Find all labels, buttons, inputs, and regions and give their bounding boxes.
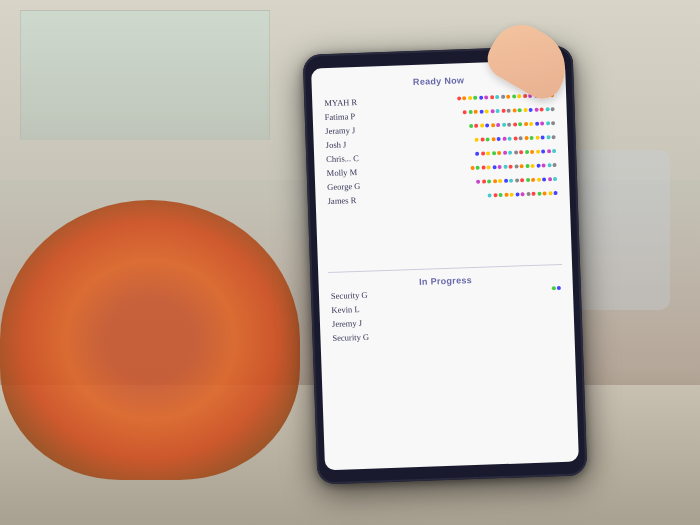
status-dot bbox=[481, 165, 485, 169]
status-dot bbox=[547, 177, 551, 181]
person-name: Security G bbox=[331, 289, 386, 301]
person-name: James R bbox=[328, 194, 383, 206]
person-name: Chris... C bbox=[326, 152, 381, 164]
person-name: Josh J bbox=[326, 138, 381, 150]
status-dot bbox=[486, 151, 490, 155]
status-dot bbox=[509, 178, 513, 182]
status-dot bbox=[534, 107, 538, 111]
status-dot bbox=[536, 163, 540, 167]
status-dot bbox=[531, 191, 535, 195]
tablet-screen: Ready Now MYAH RFatima PJeramy JJosh JCh… bbox=[311, 60, 579, 471]
status-dot bbox=[535, 135, 539, 139]
person-name: Kevin L bbox=[331, 303, 386, 315]
status-dot bbox=[517, 94, 521, 98]
status-dot bbox=[492, 151, 496, 155]
status-dot bbox=[496, 122, 500, 126]
status-dot bbox=[552, 163, 556, 167]
status-dot bbox=[520, 164, 524, 168]
status-dot bbox=[497, 136, 501, 140]
status-dot bbox=[498, 164, 502, 168]
status-dot bbox=[512, 108, 516, 112]
status-dot bbox=[547, 149, 551, 153]
status-dot bbox=[524, 122, 528, 126]
status-dot bbox=[520, 192, 524, 196]
dots-row bbox=[463, 107, 555, 114]
status-dot bbox=[515, 192, 519, 196]
status-dot bbox=[473, 95, 477, 99]
status-dot bbox=[512, 94, 516, 98]
status-dot bbox=[469, 123, 473, 127]
person-name: MYAH R bbox=[324, 96, 379, 108]
status-dot bbox=[537, 191, 541, 195]
status-dot bbox=[535, 121, 539, 125]
status-dot bbox=[509, 192, 513, 196]
status-dot bbox=[501, 94, 505, 98]
status-dot bbox=[463, 110, 467, 114]
status-dot bbox=[529, 121, 533, 125]
person-name: Security G bbox=[332, 331, 387, 343]
status-dot bbox=[493, 193, 497, 197]
status-dot bbox=[495, 95, 499, 99]
status-dot bbox=[503, 150, 507, 154]
status-dot bbox=[507, 108, 511, 112]
status-dot bbox=[526, 177, 530, 181]
status-dot bbox=[546, 135, 550, 139]
status-dot bbox=[518, 108, 522, 112]
status-dot bbox=[501, 108, 505, 112]
dots-row bbox=[488, 191, 558, 197]
dots-row bbox=[551, 286, 561, 290]
status-dot bbox=[506, 94, 510, 98]
person-name: Jeremy J bbox=[332, 317, 387, 329]
status-dot bbox=[499, 192, 503, 196]
status-dot bbox=[479, 95, 483, 99]
status-dot bbox=[542, 163, 546, 167]
status-dot bbox=[502, 122, 506, 126]
status-dot bbox=[523, 108, 527, 112]
dots-row bbox=[475, 149, 556, 156]
status-dot bbox=[557, 286, 561, 290]
status-dot bbox=[492, 165, 496, 169]
person-name: Jeramy J bbox=[325, 124, 380, 136]
status-dot bbox=[526, 191, 530, 195]
status-dot bbox=[476, 179, 480, 183]
status-dot bbox=[551, 121, 555, 125]
status-dot bbox=[474, 123, 478, 127]
status-dot bbox=[551, 286, 555, 290]
status-dot bbox=[491, 137, 495, 141]
status-dot bbox=[475, 137, 479, 141]
status-dot bbox=[530, 149, 534, 153]
status-dot bbox=[493, 179, 497, 183]
status-dot bbox=[531, 163, 535, 167]
status-dot bbox=[541, 135, 545, 139]
status-dot bbox=[513, 122, 517, 126]
status-dot bbox=[503, 164, 507, 168]
status-dot bbox=[547, 163, 551, 167]
status-dot bbox=[476, 165, 480, 169]
status-dot bbox=[524, 136, 528, 140]
status-dot bbox=[507, 122, 511, 126]
status-dot bbox=[468, 95, 472, 99]
status-dot bbox=[542, 177, 546, 181]
status-dot bbox=[485, 123, 489, 127]
status-dot bbox=[515, 178, 519, 182]
status-dot bbox=[484, 95, 488, 99]
status-dot bbox=[514, 150, 518, 154]
status-dot bbox=[508, 150, 512, 154]
ready-now-list: MYAH RFatima PJeramy JJosh JChris... CMo… bbox=[322, 88, 562, 269]
dots-row bbox=[475, 135, 556, 142]
in-progress-list: Security GKevin LJeremy JSecurity G bbox=[329, 281, 569, 462]
status-dot bbox=[531, 177, 535, 181]
status-dot bbox=[480, 137, 484, 141]
status-dot bbox=[462, 96, 466, 100]
status-dot bbox=[519, 136, 523, 140]
status-dot bbox=[525, 164, 529, 168]
status-dot bbox=[513, 136, 517, 140]
status-dot bbox=[552, 149, 556, 153]
status-dot bbox=[490, 95, 494, 99]
status-dot bbox=[551, 107, 555, 111]
status-dot bbox=[540, 107, 544, 111]
status-dot bbox=[498, 178, 502, 182]
status-dot bbox=[508, 136, 512, 140]
status-dot bbox=[504, 178, 508, 182]
status-dot bbox=[529, 107, 533, 111]
